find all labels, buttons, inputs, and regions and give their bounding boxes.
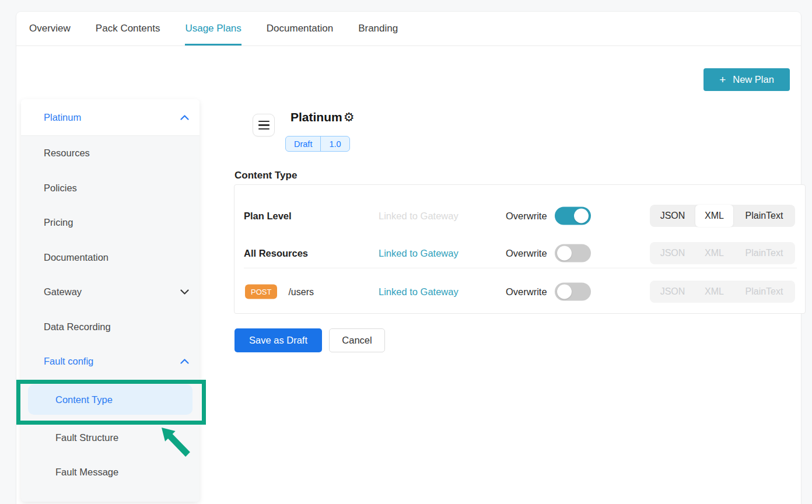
- new-plan-button[interactable]: + New Plan: [704, 68, 790, 91]
- new-plan-label: New Plan: [733, 74, 774, 85]
- sidebar-item-content-type-row: Content Type: [21, 379, 200, 421]
- format-segmented-all-resources: JSON XML PlainText: [650, 242, 795, 264]
- toggle-off-icon[interactable]: [555, 244, 591, 262]
- sidebar-item-label: Policies: [44, 183, 77, 194]
- overwrite-label: Overwrite: [506, 248, 547, 259]
- menu-toggle-button[interactable]: [253, 114, 275, 136]
- format-json: JSON: [650, 281, 695, 303]
- chevron-down-icon: [180, 289, 189, 295]
- sidebar-item-fault-structure[interactable]: Fault Structure: [21, 421, 200, 456]
- status-badge-draft: Draft: [286, 136, 320, 151]
- plan-title: Platinum⚙: [290, 110, 355, 124]
- row-label-plan-level: Plan Level: [244, 211, 292, 222]
- overwrite-toggle-post-users[interactable]: [555, 283, 591, 301]
- sidebar-item-label: Pricing: [44, 217, 73, 228]
- format-json[interactable]: JSON: [650, 205, 695, 227]
- gateway-link-plan-level: Linked to Gateway: [379, 211, 459, 222]
- sidebar-item-label: Documentation: [44, 252, 108, 263]
- tab-documentation[interactable]: Documentation: [267, 12, 333, 46]
- overwrite-toggle-all-resources[interactable]: [555, 244, 591, 262]
- page-root: Overview Pack Contents Usage Plans Docum…: [0, 0, 812, 504]
- chevron-up-icon: [180, 359, 189, 364]
- gear-icon[interactable]: ⚙: [344, 110, 355, 124]
- format-xml-selected[interactable]: XML: [695, 205, 733, 227]
- format-segmented-post-users: JSON XML PlainText: [650, 281, 795, 303]
- overwrite-label: Overwrite: [506, 211, 547, 222]
- cancel-button[interactable]: Cancel: [329, 328, 385, 352]
- format-xml: XML: [695, 281, 733, 303]
- sidebar-item-content-type[interactable]: Content Type: [28, 384, 192, 415]
- format-xml: XML: [695, 242, 733, 264]
- format-plaintext: PlainText: [733, 242, 795, 264]
- save-as-draft-button[interactable]: Save as Draft: [235, 328, 322, 352]
- row-label-all-resources: All Resources: [244, 248, 308, 259]
- tab-overview[interactable]: Overview: [29, 12, 71, 46]
- format-segmented-plan-level: JSON XML PlainText: [650, 205, 795, 227]
- overwrite-label: Overwrite: [506, 286, 547, 298]
- gateway-link-post-users[interactable]: Linked to Gateway: [379, 286, 459, 298]
- format-plaintext: PlainText: [733, 281, 795, 303]
- gateway-link-all-resources[interactable]: Linked to Gateway: [379, 248, 459, 259]
- tab-bar: Overview Pack Contents Usage Plans Docum…: [16, 12, 801, 46]
- plan-badges: Draft 1.0: [285, 136, 350, 152]
- sidebar-item-label: Content Type: [55, 394, 113, 405]
- sidebar-item-gateway[interactable]: Gateway: [21, 275, 200, 310]
- sidebar-item-label: Gateway: [44, 286, 82, 298]
- sidebar-item-label: Fault Structure: [55, 432, 118, 443]
- http-method-badge: POST: [245, 285, 277, 299]
- tab-branding[interactable]: Branding: [358, 12, 398, 46]
- section-title: Content Type: [235, 170, 297, 181]
- sidebar-item-data-recording[interactable]: Data Recording: [21, 310, 200, 345]
- overwrite-toggle-plan-level[interactable]: [555, 207, 591, 225]
- content-type-panel: Plan Level Linked to Gateway Overwrite J…: [234, 184, 806, 314]
- sidebar-item-resources[interactable]: Resources: [21, 136, 200, 171]
- version-badge: 1.0: [320, 136, 349, 151]
- chevron-up-icon: [180, 115, 189, 120]
- row-divider: [244, 268, 797, 268]
- tab-usage-plans[interactable]: Usage Plans: [185, 12, 241, 46]
- sidebar: Platinum Resources Policies Pricing Docu…: [21, 99, 200, 502]
- sidebar-item-label: Data Recording: [44, 321, 111, 332]
- sidebar-item-fault-config[interactable]: Fault config: [21, 344, 200, 379]
- main-card: Overview Pack Contents Usage Plans Docum…: [16, 12, 801, 504]
- sidebar-item-label: Resources: [44, 148, 90, 159]
- plan-name: Platinum: [290, 110, 342, 124]
- sidebar-item-label: Fault Message: [55, 467, 118, 478]
- hamburger-icon: [258, 121, 270, 123]
- sidebar-item-label: Fault config: [44, 356, 93, 367]
- sidebar-item-documentation[interactable]: Documentation: [21, 240, 200, 275]
- format-plaintext[interactable]: PlainText: [733, 205, 795, 227]
- format-json: JSON: [650, 242, 695, 264]
- tab-pack-contents[interactable]: Pack Contents: [96, 12, 160, 46]
- sidebar-plan-label: Platinum: [44, 112, 81, 123]
- toggle-off-icon[interactable]: [555, 283, 591, 301]
- sidebar-item-pricing[interactable]: Pricing: [21, 205, 200, 240]
- sidebar-item-fault-message[interactable]: Fault Message: [21, 455, 200, 490]
- resource-path: /users: [288, 286, 314, 297]
- sidebar-item-policies[interactable]: Policies: [21, 171, 200, 206]
- plus-icon: +: [719, 74, 726, 86]
- row-label-post-users: POST /users: [245, 285, 314, 299]
- sidebar-item-platinum[interactable]: Platinum: [21, 99, 200, 136]
- toggle-on-icon[interactable]: [555, 207, 591, 225]
